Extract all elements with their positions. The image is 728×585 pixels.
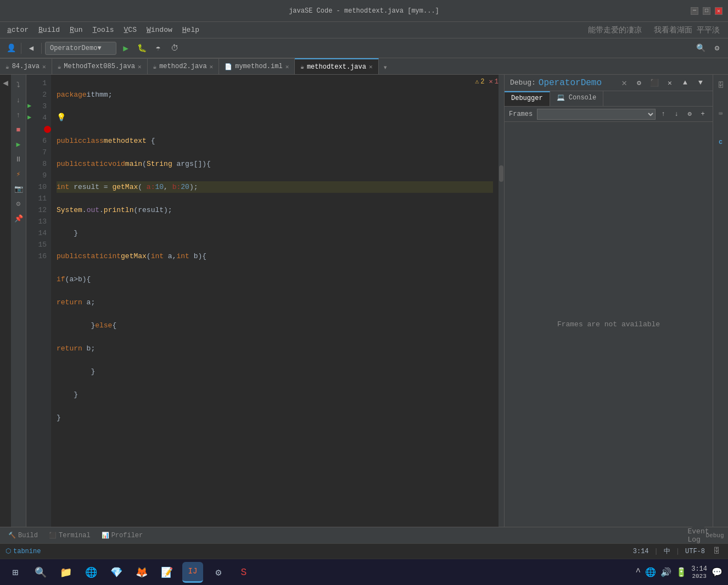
event-log-btn[interactable]: Event Log [692,530,704,542]
tab-close-methodtext[interactable]: ✕ [369,63,373,70]
pin-btn[interactable]: 📌 [13,213,25,225]
debug-tab-console[interactable]: 💻 Console [550,91,604,106]
tray-notification[interactable]: 💬 [712,567,723,578]
menu-item-tools[interactable]: Tools [88,24,118,36]
search-button[interactable]: 🔍 [694,42,707,55]
taskbar-ruby[interactable]: 💎 [107,562,126,582]
menu-bar: actor Build Run Tools VCS Window Help 能带… [0,22,728,38]
resume-btn[interactable]: ▶ [13,138,25,151]
debug-restore-btn[interactable]: ⬛ [648,76,661,90]
step-out-btn[interactable]: ↑ [13,109,25,121]
code-line-6: System.out.println(result); [57,204,493,216]
pause-btn[interactable]: ⏸ [13,153,25,165]
content-row: ◀ ⤵ ↓ ↑ ■ ▶ ⏸ ⚡ 📷 ⚙ 📌 1 2 ▶ [0,75,728,527]
bottom-tab-terminal[interactable]: ⬛ Terminal [43,527,96,543]
tab-close-mymethod[interactable]: ✕ [285,63,289,70]
database-side-btn[interactable]: 🗄 [710,545,723,558]
bottom-tab-profiler[interactable]: 📊 Profiler [96,527,149,543]
menu-item-help[interactable]: Help [178,24,204,36]
tab-84java[interactable]: ☕ 84.java ✕ [0,58,52,74]
taskbar-fileexplorer[interactable]: 📁 [56,562,76,582]
tray-volume[interactable]: 🔊 [660,567,671,578]
debug-side-toggle[interactable]: Debug [709,530,721,542]
tab-methodtext[interactable]: ☕ methodtext.java ✕ [295,58,378,74]
vscroll-thumb [499,165,503,182]
minimize-button[interactable]: ─ [691,7,698,15]
taskbar-edge[interactable]: 🌐 [81,562,101,582]
taskbar-search[interactable]: 🔍 [31,562,51,582]
taskbar-intellij[interactable]: IJ [182,562,203,583]
debug-expand-btn[interactable]: ▲ [679,76,692,90]
step-over-btn[interactable]: ⤵ [13,79,25,91]
frames-down-btn[interactable]: ↓ [671,109,682,120]
toolbar-sep-2 [41,43,42,54]
line-num-8: 8 [26,158,51,170]
close-button[interactable]: ✕ [715,7,723,15]
step-into-btn[interactable]: ↓ [13,94,25,106]
tab-method2[interactable]: ☕ method2.java ✕ [148,58,220,74]
profile-run-button[interactable]: ⏱ [168,42,181,55]
tab-mymethod[interactable]: 📄 mymethod.iml ✕ [219,58,295,74]
debug-button[interactable]: 🐛 [135,42,148,55]
evaluate-btn[interactable]: ⚡ [13,168,25,180]
menu-item-vcs[interactable]: VCS [120,24,141,36]
debug-session-name: OperatorDemo [539,78,602,88]
taskbar-notepad[interactable]: 📝 [157,562,177,582]
toolbar-profile-btn[interactable]: 👤 [4,42,18,55]
frames-message: Frames are not available [557,320,660,328]
breakpoint-dot-5 [44,126,51,133]
coverage-button[interactable]: ☂ [152,42,165,55]
menu-item-actor[interactable]: actor [3,24,33,36]
code-line-15: } [57,412,493,424]
menu-item-window[interactable]: Window [142,24,177,36]
project-dropdown[interactable]: OperatorDemo ▼ [45,42,116,55]
menu-item-build[interactable]: Build [34,24,64,36]
tray-chevron[interactable]: ^ [636,567,641,577]
menu-item-run[interactable]: Run [65,24,87,36]
run-button[interactable]: ▶ [120,42,132,54]
start-menu-button[interactable]: ⊞ [5,562,25,582]
debug-collapse-btn[interactable]: ▼ [694,76,707,90]
code-line-12: return b; [57,343,493,354]
frames-add-btn[interactable]: + [697,109,708,120]
code-line-2: 💡 [57,112,493,124]
tabnine-label: tabnine [13,548,41,555]
toolbar-back-btn[interactable]: ◀ [25,42,38,55]
database-icon[interactable]: 🗄 [715,79,727,91]
tab-close-method2[interactable]: ✕ [210,63,214,70]
tab-label-methodtext085: MethodText085.java [64,63,135,70]
tray-battery[interactable]: 🔋 [676,567,687,578]
taskbar-firefox[interactable]: 🦊 [132,562,152,582]
frames-up-btn[interactable]: ↑ [658,109,669,120]
code-editor[interactable]: package ithmm; 💡 public class methodtext… [51,75,499,527]
settings-debug-btn[interactable]: ⚙ [13,198,25,210]
debug-close-panel-btn[interactable]: ✕ [663,76,676,90]
debug-tab-debugger[interactable]: Debugger [505,91,550,106]
collapse-panel-button[interactable]: ◀ [0,75,11,527]
frames-filter-btn[interactable]: ⚙ [684,109,695,120]
tray-network[interactable]: 🌐 [645,567,656,578]
system-tray: ^ 🌐 🔊 🔋 3:14 2023 💬 [636,565,723,580]
tab-close-84java[interactable]: ✕ [42,63,46,70]
editor-vscroll[interactable] [499,75,504,527]
debug-settings-btn[interactable]: ⚙ [632,76,646,90]
build-label: Build [18,532,38,539]
frames-dropdown[interactable] [537,109,656,120]
bottom-tab-build[interactable]: 🔨 Build [3,527,43,543]
tab-overflow-button[interactable]: ▾ [379,60,392,74]
settings-button[interactable]: ⚙ [710,42,724,55]
codota-icon[interactable]: C [715,136,727,148]
tab-methodtext085[interactable]: ☕ MethodText085.java ✕ [52,58,148,74]
line-num-5: 5 [26,124,51,135]
key-promoter-icon[interactable]: ⌨ [715,108,727,120]
stop-btn[interactable]: ■ [13,124,25,136]
debug-close-button[interactable]: ✕ [621,77,627,88]
warning-area: ⚠ 2 ✕ 1 [475,77,499,86]
maximize-button[interactable]: □ [703,7,710,15]
camera-btn[interactable]: 📷 [13,183,25,195]
tab-close-methodtext085[interactable]: ✕ [138,63,142,70]
taskbar-sonar[interactable]: S [234,562,254,582]
tabnine-bar: ⬡ tabnine 3:14 | 中 | UTF-8 🗄 [0,543,728,559]
taskbar-settings[interactable]: ⚙ [209,562,228,582]
tray-clock[interactable]: 3:14 2023 [691,565,707,580]
